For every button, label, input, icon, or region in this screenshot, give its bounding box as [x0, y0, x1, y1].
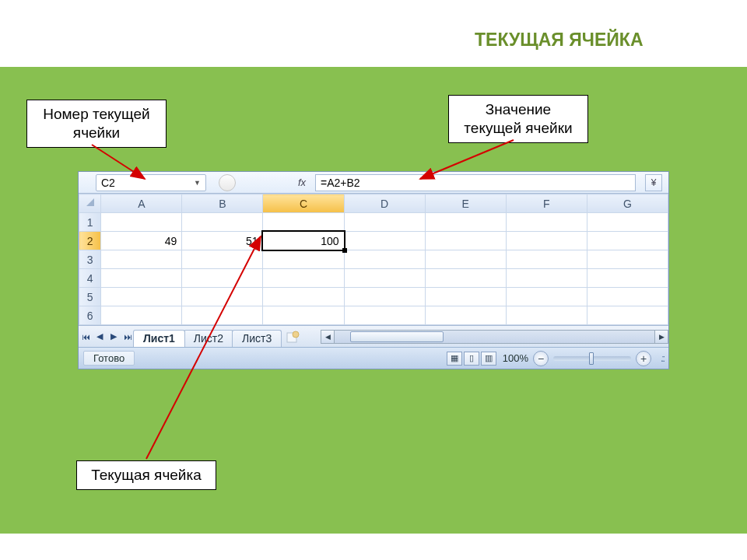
row-header-3[interactable]: 3 [79, 250, 101, 269]
col-header-e[interactable]: E [425, 194, 506, 213]
cancel-entry-button[interactable] [219, 174, 236, 191]
cell-c2[interactable]: 100 [263, 232, 344, 250]
scroll-track[interactable] [335, 330, 654, 344]
formula-input[interactable]: =A2+B2 [315, 174, 636, 191]
cell-b5[interactable] [182, 288, 263, 306]
spreadsheet-grid[interactable]: A B C D E F G 1 2 49 51 100 3 4 5 [79, 194, 668, 325]
first-sheet-button[interactable]: ⏮ [79, 329, 93, 345]
cell-e5[interactable] [425, 288, 506, 306]
cell-a4[interactable] [101, 269, 182, 288]
scroll-right-button[interactable]: ▶ [654, 330, 668, 344]
zoom-in-button[interactable]: + [636, 351, 651, 366]
name-box-value: C2 [101, 177, 115, 189]
col-header-g[interactable]: G [587, 194, 668, 213]
col-header-d[interactable]: D [344, 194, 425, 213]
cell-g6[interactable] [587, 306, 668, 325]
cell-f4[interactable] [506, 269, 587, 288]
page-title: ТЕКУЩАЯ ЯЧЕЙКА [475, 30, 644, 51]
prev-sheet-button[interactable]: ◀ [93, 329, 107, 345]
horizontal-scrollbar[interactable]: ◀ ▶ [321, 330, 668, 344]
cell-d6[interactable] [344, 306, 425, 325]
cell-c5[interactable] [263, 288, 344, 306]
cell-c3[interactable] [263, 250, 344, 269]
view-page-break-icon[interactable]: ▥ [481, 352, 496, 366]
callout-active-cell: Текущая ячейка [76, 460, 216, 490]
sheet-tab-2[interactable]: Лист2 [184, 330, 233, 347]
callout-name-box: Номер текущейячейки [26, 100, 167, 148]
cell-f1[interactable] [506, 213, 587, 232]
cell-d5[interactable] [344, 288, 425, 306]
cell-a2[interactable]: 49 [101, 232, 182, 250]
col-header-f[interactable]: F [506, 194, 587, 213]
cell-a6[interactable] [101, 306, 182, 325]
scroll-thumb[interactable] [350, 331, 444, 342]
cell-f6[interactable] [506, 306, 587, 325]
expand-formula-bar-button[interactable]: ¥ [645, 174, 662, 191]
cell-a3[interactable] [101, 250, 182, 269]
cell-e3[interactable] [425, 250, 506, 269]
cell-b1[interactable] [182, 213, 263, 232]
view-page-layout-icon[interactable]: ▯ [464, 352, 479, 366]
svg-marker-0 [86, 198, 94, 206]
row-header-1[interactable]: 1 [79, 213, 101, 232]
cell-e4[interactable] [425, 269, 506, 288]
resize-grip-icon[interactable]: .:: [656, 353, 668, 364]
callout-formula-value: Значениетекущей ячейки [448, 95, 588, 143]
cell-g4[interactable] [587, 269, 668, 288]
cell-c2-value: 100 [321, 235, 338, 247]
svg-point-2 [293, 331, 299, 338]
cell-e1[interactable] [425, 213, 506, 232]
cell-b3[interactable] [182, 250, 263, 269]
cell-a5[interactable] [101, 288, 182, 306]
cell-f5[interactable] [506, 288, 587, 306]
view-normal-icon[interactable]: ▦ [447, 352, 462, 366]
formula-bar: C2 ▼ fx =A2+B2 ¥ [79, 172, 668, 194]
row-header-6[interactable]: 6 [79, 306, 101, 325]
cell-d4[interactable] [344, 269, 425, 288]
cell-d1[interactable] [344, 213, 425, 232]
cell-b4[interactable] [182, 269, 263, 288]
cell-e6[interactable] [425, 306, 506, 325]
scroll-left-button[interactable]: ◀ [321, 330, 335, 344]
excel-window: C2 ▼ fx =A2+B2 ¥ A B C D E F G [78, 171, 669, 369]
cell-g2[interactable] [587, 232, 668, 250]
select-all-corner[interactable] [79, 194, 101, 213]
row-header-5[interactable]: 5 [79, 288, 101, 306]
formula-text: =A2+B2 [321, 177, 360, 189]
row-header-2[interactable]: 2 [79, 232, 101, 250]
cell-g1[interactable] [587, 213, 668, 232]
cell-c6[interactable] [263, 306, 344, 325]
col-header-c[interactable]: C [263, 194, 344, 213]
zoom-controls: 100% − + [503, 351, 651, 366]
zoom-slider-knob[interactable] [589, 352, 594, 365]
name-box-dropdown-icon[interactable]: ▼ [194, 179, 201, 187]
status-ready: Готово [83, 351, 135, 366]
cell-c4[interactable] [263, 269, 344, 288]
zoom-out-button[interactable]: − [533, 351, 549, 366]
cell-b6[interactable] [182, 306, 263, 325]
cell-g3[interactable] [587, 250, 668, 269]
cell-f2[interactable] [506, 232, 587, 250]
sheet-tab-bar: ⏮ ◀ ▶ ⏭ Лист1 Лист2 Лист3 ◀ ▶ [79, 325, 668, 347]
cell-f3[interactable] [506, 250, 587, 269]
next-sheet-button[interactable]: ▶ [107, 329, 121, 345]
cell-a1[interactable] [101, 213, 182, 232]
cell-b2[interactable]: 51 [182, 232, 263, 250]
cell-c1[interactable] [263, 213, 344, 232]
row-header-4[interactable]: 4 [79, 269, 101, 288]
cell-e2[interactable] [425, 232, 506, 250]
cell-g5[interactable] [587, 288, 668, 306]
new-sheet-button[interactable] [285, 329, 302, 345]
name-box[interactable]: C2 ▼ [96, 174, 206, 191]
cell-d3[interactable] [344, 250, 425, 269]
sheet-tab-1[interactable]: Лист1 [133, 330, 185, 347]
col-header-b[interactable]: B [182, 194, 263, 213]
zoom-slider[interactable] [553, 356, 631, 361]
zoom-value[interactable]: 100% [503, 352, 528, 364]
fx-icon[interactable]: fx [240, 177, 310, 188]
status-bar: Готово ▦ ▯ ▥ 100% − + .:: [79, 347, 668, 369]
sheet-tab-3[interactable]: Лист3 [232, 330, 282, 347]
cell-d2[interactable] [344, 232, 425, 250]
col-header-a[interactable]: A [101, 194, 182, 213]
